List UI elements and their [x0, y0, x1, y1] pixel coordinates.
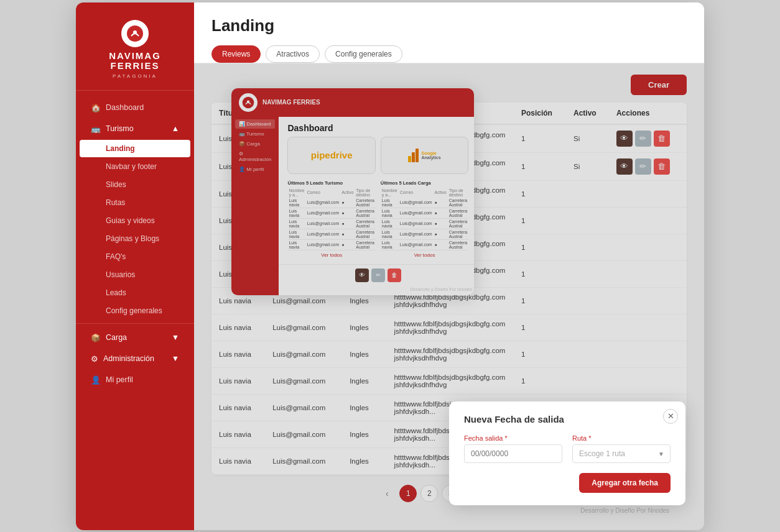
- page-header: Landing Reviews Atractivos Config genera…: [194, 2, 704, 63]
- sidebar-item-navbar[interactable]: Navbar y footer: [80, 158, 190, 175]
- sidebar-item-dashboard[interactable]: 🏠 Dashboard: [80, 98, 190, 118]
- turismo-icon: 🚌: [91, 124, 101, 134]
- ruta-select[interactable]: Escoge 1 ruta: [572, 444, 671, 463]
- svg-point-1: [133, 30, 137, 34]
- modal-overlay: ✕ Nueva Fecha de salida Fecha salida *: [194, 63, 704, 530]
- brand-sub2: PATAGONIA: [113, 73, 157, 79]
- carga-label: Carga: [106, 333, 127, 342]
- admin-icon: ⚙: [91, 354, 98, 364]
- turismo-label: Turismo: [106, 124, 134, 133]
- sidebar-group-carga[interactable]: 📦 Carga ▼: [80, 328, 190, 348]
- sidebar-item-slides[interactable]: Slides: [80, 176, 190, 193]
- sidebar: NAVIMAG FERRIES PATAGONIA 🏠 Dashboard 🚌 …: [76, 2, 194, 530]
- sidebar-item-landing[interactable]: Landing: [80, 140, 190, 157]
- sidebar-nav: 🏠 Dashboard 🚌 Turismo ▲ Landing Navbar y…: [76, 97, 194, 518]
- fecha-field: Fecha salida *: [464, 434, 562, 463]
- sidebar-item-usuarios[interactable]: Usuarios: [80, 266, 190, 283]
- agregar-button[interactable]: Agregar otra fecha: [579, 473, 671, 493]
- ruta-label: Ruta *: [572, 434, 671, 442]
- sidebar-item-guias[interactable]: Guias y videos: [80, 212, 190, 229]
- fecha-required: *: [504, 434, 507, 442]
- sidebar-item-leads[interactable]: Leads: [80, 284, 190, 301]
- ruta-required: *: [588, 434, 591, 442]
- tab-atractivos[interactable]: Atractivos: [266, 45, 320, 63]
- modal-actions: Agregar otra fecha: [464, 473, 671, 493]
- home-icon: 🏠: [91, 103, 101, 112]
- ruta-select-wrapper: Escoge 1 ruta ▼: [572, 444, 671, 463]
- miperfil-label: Mi perfil: [106, 375, 133, 384]
- tab-reviews[interactable]: Reviews: [211, 45, 261, 63]
- page-title: Landing: [211, 16, 687, 35]
- logo-icon: [121, 20, 149, 47]
- modal-box: ✕ Nueva Fecha de salida Fecha salida *: [449, 401, 685, 505]
- admin-label: Administración: [103, 354, 154, 363]
- fecha-label: Fecha salida *: [464, 434, 562, 442]
- chevron-up-icon: ▲: [172, 124, 179, 133]
- content-area: Crear Título Review Idioma Link Posición…: [194, 63, 704, 530]
- tabs-bar: Reviews Atractivos Config generales: [211, 45, 687, 63]
- sidebar-item-paginas[interactable]: Páginas y Blogs: [80, 230, 190, 247]
- carga-icon: 📦: [91, 333, 101, 342]
- modal-fields: Fecha salida * Ruta *: [464, 434, 671, 463]
- ruta-field: Ruta * Escoge 1 ruta ▼: [572, 434, 671, 463]
- main-content: Landing Reviews Atractivos Config genera…: [194, 2, 704, 530]
- brand-name: NAVIMAG: [109, 51, 161, 62]
- sidebar-item-config[interactable]: Config generales: [80, 302, 190, 319]
- sidebar-item-rutas[interactable]: Rutas: [80, 194, 190, 211]
- brand-sub1: FERRIES: [110, 61, 159, 71]
- chevron-down-icon2: ▼: [172, 354, 179, 363]
- sidebar-logo: NAVIMAG FERRIES PATAGONIA: [76, 2, 194, 91]
- user-icon: 👤: [91, 375, 101, 385]
- sidebar-group-admin[interactable]: ⚙ Administración ▼: [80, 349, 190, 369]
- sidebar-group-turismo[interactable]: 🚌 Turismo ▲: [80, 119, 190, 139]
- modal-close-button[interactable]: ✕: [663, 409, 678, 424]
- chevron-down-icon: ▼: [172, 333, 179, 342]
- fecha-input[interactable]: [464, 444, 562, 463]
- sidebar-dashboard-label: Dashboard: [106, 103, 144, 112]
- sidebar-item-faqs[interactable]: FAQ's: [80, 248, 190, 265]
- sidebar-item-miperfil[interactable]: 👤 Mi perfil: [80, 370, 190, 390]
- tab-config[interactable]: Config generales: [325, 45, 402, 63]
- modal-title: Nueva Fecha de salida: [464, 414, 671, 424]
